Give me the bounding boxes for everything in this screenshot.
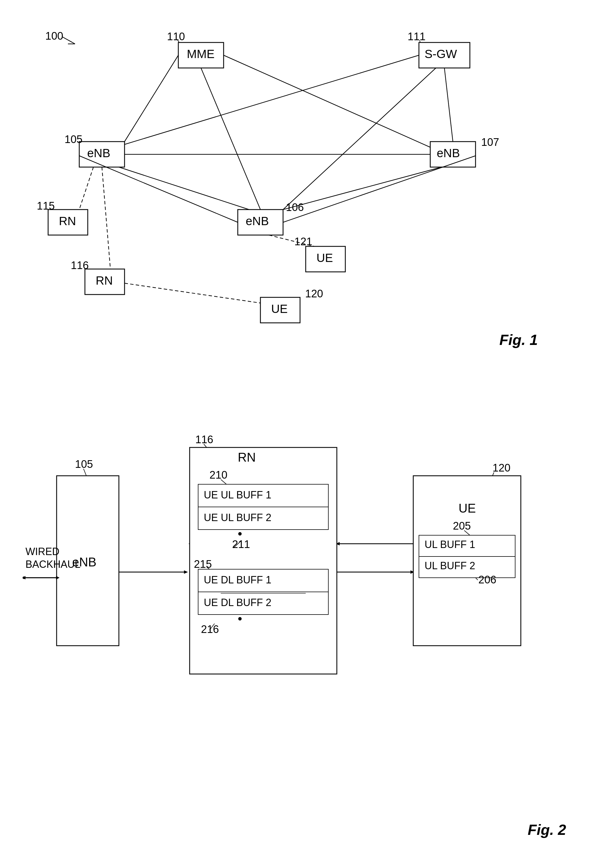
svg-text:UE DL BUFF 1: UE DL BUFF 1 xyxy=(204,574,271,586)
fig2-title: Fig. 2 xyxy=(528,821,566,838)
svg-text:110: 110 xyxy=(167,31,185,42)
svg-text:WIRED: WIRED xyxy=(25,546,59,557)
svg-text:105: 105 xyxy=(75,458,93,470)
svg-text:UE: UE xyxy=(458,501,476,515)
svg-text:RN: RN xyxy=(238,450,256,464)
figure-1: 100 MME 110 S-GW 111 eNB 105 eNB 107 eNB xyxy=(23,17,560,357)
svg-line-34 xyxy=(224,55,430,147)
svg-text:111: 111 xyxy=(408,31,425,42)
svg-line-35 xyxy=(125,55,419,144)
svg-text:eNB: eNB xyxy=(437,146,460,160)
svg-line-42 xyxy=(283,156,475,222)
svg-text:RN: RN xyxy=(59,214,76,228)
svg-text:UE: UE xyxy=(316,251,333,265)
fig1-title: Fig. 1 xyxy=(499,331,538,348)
svg-text:211: 211 xyxy=(232,538,250,550)
svg-text:107: 107 xyxy=(481,136,499,148)
svg-text:120: 120 xyxy=(305,288,323,300)
svg-text:105: 105 xyxy=(65,133,82,145)
svg-line-1 xyxy=(62,37,75,44)
svg-line-39 xyxy=(119,167,249,209)
svg-line-32 xyxy=(125,55,178,142)
svg-text:UE DL BUFF 2: UE DL BUFF 2 xyxy=(204,597,271,608)
svg-text:116: 116 xyxy=(71,259,88,271)
svg-text:121: 121 xyxy=(294,236,312,248)
svg-line-37 xyxy=(444,68,453,142)
svg-text:eNB: eNB xyxy=(87,146,110,160)
svg-line-43 xyxy=(79,167,93,209)
svg-text:UE UL BUFF 2: UE UL BUFF 2 xyxy=(204,512,271,523)
svg-line-33 xyxy=(201,68,260,209)
svg-line-41 xyxy=(79,156,238,222)
figure-2: eNB 105 WIRED BACKHAUL xyxy=(23,391,589,844)
svg-text:106: 106 xyxy=(286,202,304,213)
svg-marker-62 xyxy=(184,570,188,574)
svg-text:UE UL BUFF 1: UE UL BUFF 1 xyxy=(204,489,271,501)
svg-text:eNB: eNB xyxy=(246,214,269,228)
svg-text:210: 210 xyxy=(209,469,227,481)
svg-text:UL BUFF 2: UL BUFF 2 xyxy=(425,560,475,572)
svg-line-40 xyxy=(283,167,442,209)
svg-text:•: • xyxy=(238,612,242,626)
svg-text:115: 115 xyxy=(37,200,55,212)
svg-text:BACKHAUL: BACKHAUL xyxy=(25,558,80,570)
svg-text:UE: UE xyxy=(271,302,288,316)
svg-line-44 xyxy=(102,167,110,269)
svg-text:RN: RN xyxy=(96,274,113,287)
svg-text:UL BUFF 1: UL BUFF 1 xyxy=(425,539,475,550)
svg-text:120: 120 xyxy=(492,462,511,474)
svg-text:116: 116 xyxy=(195,434,213,445)
svg-text:215: 215 xyxy=(194,558,212,570)
svg-text:100: 100 xyxy=(45,30,63,42)
svg-line-46 xyxy=(125,283,260,303)
svg-text:206: 206 xyxy=(478,574,496,586)
page: 100 MME 110 S-GW 111 eNB 105 eNB 107 eNB xyxy=(0,0,608,868)
svg-text:205: 205 xyxy=(453,520,471,532)
svg-text:S-GW: S-GW xyxy=(425,47,457,60)
svg-text:MME: MME xyxy=(187,47,215,60)
